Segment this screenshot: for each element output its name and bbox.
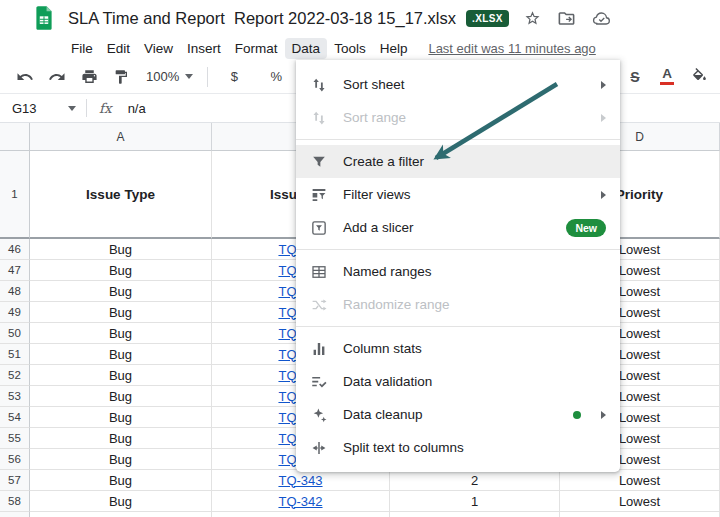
cell-D[interactable] bbox=[560, 512, 720, 517]
cell-C58[interactable]: 1 bbox=[390, 491, 560, 512]
undo-icon[interactable] bbox=[12, 64, 38, 90]
cell-A47[interactable]: Bug bbox=[30, 260, 212, 281]
text-color-swatch bbox=[660, 82, 674, 85]
menu-tools[interactable]: Tools bbox=[327, 38, 373, 59]
move-folder-icon[interactable] bbox=[557, 9, 576, 28]
menu-file[interactable]: File bbox=[64, 38, 100, 59]
column-header-A[interactable]: A bbox=[30, 123, 212, 151]
cell-A49[interactable]: Bug bbox=[30, 302, 212, 323]
cell-A50[interactable]: Bug bbox=[30, 323, 212, 344]
column-stats-icon bbox=[310, 340, 328, 358]
strikethrough-button[interactable]: S bbox=[622, 64, 648, 90]
filter-icon bbox=[310, 153, 328, 171]
cell-A53[interactable]: Bug bbox=[30, 386, 212, 407]
cloud-saved-icon[interactable] bbox=[591, 8, 612, 28]
menu-bar: FileEditViewInsertFormatDataToolsHelp La… bbox=[0, 36, 720, 60]
toolbar-divider bbox=[207, 67, 208, 87]
cell-B58[interactable]: TQ-342 bbox=[212, 491, 390, 512]
text-color-button[interactable]: A bbox=[654, 64, 680, 90]
star-icon[interactable] bbox=[523, 9, 542, 28]
row-header-58[interactable]: 58 bbox=[0, 491, 30, 512]
fill-color-icon[interactable] bbox=[686, 64, 712, 90]
menu-item-label: Data cleanup bbox=[343, 407, 573, 422]
cell-A57[interactable]: Bug bbox=[30, 470, 212, 491]
menu-format[interactable]: Format bbox=[228, 38, 285, 59]
table-row: 57BugTQ-3432Lowest bbox=[0, 470, 720, 491]
menu-item-sort-sheet[interactable]: Sort sheet bbox=[296, 68, 620, 101]
paint-format-icon[interactable] bbox=[108, 64, 134, 90]
row-header-56[interactable]: 56 bbox=[0, 449, 30, 470]
menu-item-data-validation[interactable]: Data validation bbox=[296, 365, 620, 398]
cell-A54[interactable]: Bug bbox=[30, 407, 212, 428]
cell-C[interactable] bbox=[390, 512, 560, 517]
menu-item-column-stats[interactable]: Column stats bbox=[296, 332, 620, 365]
menu-item-label: Create a filter bbox=[343, 154, 606, 169]
named-ranges-icon bbox=[310, 263, 328, 281]
row-header-54[interactable]: 54 bbox=[0, 407, 30, 428]
menu-data[interactable]: Data bbox=[285, 38, 328, 59]
cell-A55[interactable]: Bug bbox=[30, 428, 212, 449]
slicer-icon bbox=[310, 219, 328, 237]
menu-edit[interactable]: Edit bbox=[100, 38, 137, 59]
row-header-52[interactable]: 52 bbox=[0, 365, 30, 386]
row-header-48[interactable]: 48 bbox=[0, 281, 30, 302]
fx-icon: fx bbox=[99, 100, 112, 116]
data-menu-dropdown: Sort sheetSort rangeCreate a filterFilte… bbox=[296, 60, 620, 472]
sheets-logo-icon[interactable] bbox=[33, 5, 55, 31]
cell-A1[interactable]: Issue Type bbox=[30, 151, 212, 239]
menu-item-label: Sort range bbox=[343, 110, 593, 125]
cell-B57[interactable]: TQ-343 bbox=[212, 470, 390, 491]
row-header-51[interactable]: 51 bbox=[0, 344, 30, 365]
menu-item-filter-views[interactable]: Filter views bbox=[296, 178, 620, 211]
data-cleanup-icon bbox=[310, 406, 328, 424]
cell-A51[interactable]: Bug bbox=[30, 344, 212, 365]
cell-D57[interactable]: Lowest bbox=[560, 470, 720, 491]
menu-item-label: Randomize range bbox=[343, 297, 606, 312]
sort-range-icon bbox=[310, 109, 328, 127]
menu-item-create-a-filter[interactable]: Create a filter bbox=[296, 145, 620, 178]
cell-C57[interactable]: 2 bbox=[390, 470, 560, 491]
row-header-49[interactable]: 49 bbox=[0, 302, 30, 323]
menu-item-add-a-slicer[interactable]: Add a slicerNew bbox=[296, 211, 620, 244]
menu-item-named-ranges[interactable]: Named ranges bbox=[296, 255, 620, 288]
formula-bar-divider bbox=[86, 99, 87, 117]
row-header-55[interactable]: 55 bbox=[0, 428, 30, 449]
row-header-57[interactable]: 57 bbox=[0, 470, 30, 491]
menu-item-data-cleanup[interactable]: Data cleanup bbox=[296, 398, 620, 431]
last-edit-link[interactable]: Last edit was 11 minutes ago bbox=[428, 41, 595, 56]
title-actions bbox=[523, 8, 612, 28]
menu-divider bbox=[296, 249, 620, 250]
menu-help[interactable]: Help bbox=[373, 38, 415, 59]
row-header-53[interactable]: 53 bbox=[0, 386, 30, 407]
menu-view[interactable]: View bbox=[137, 38, 180, 59]
select-all-corner[interactable] bbox=[0, 123, 30, 151]
cell-A56[interactable]: Bug bbox=[30, 449, 212, 470]
formula-input[interactable]: n/a bbox=[128, 101, 146, 116]
table-row: 58BugTQ-3421Lowest bbox=[0, 491, 720, 512]
row-header-blank[interactable] bbox=[0, 512, 30, 517]
menu-item-split-text-to-columns[interactable]: Split text to columns bbox=[296, 431, 620, 464]
cell-A46[interactable]: Bug bbox=[30, 239, 212, 260]
row-header-46[interactable]: 46 bbox=[0, 239, 30, 260]
chevron-down-icon bbox=[68, 106, 76, 111]
print-icon[interactable] bbox=[76, 64, 102, 90]
cell-A58[interactable]: Bug bbox=[30, 491, 212, 512]
format-currency-button[interactable]: $ bbox=[216, 64, 252, 90]
row-header-50[interactable]: 50 bbox=[0, 323, 30, 344]
menu-insert[interactable]: Insert bbox=[180, 38, 228, 59]
menu-item-randomize-range: Randomize range bbox=[296, 288, 620, 321]
redo-icon[interactable] bbox=[44, 64, 70, 90]
zoom-selector[interactable]: 100% bbox=[140, 64, 199, 90]
row-header-47[interactable]: 47 bbox=[0, 260, 30, 281]
name-box[interactable]: G13 bbox=[12, 101, 76, 116]
document-title[interactable]: SLA Time and Report Report 2022-03-18 15… bbox=[68, 9, 456, 28]
submenu-arrow-icon bbox=[601, 411, 606, 419]
cell-B[interactable] bbox=[212, 512, 390, 517]
format-percent-button[interactable]: % bbox=[258, 64, 294, 90]
cell-D58[interactable]: Lowest bbox=[560, 491, 720, 512]
row-header-1[interactable]: 1 bbox=[0, 151, 30, 239]
cell-A[interactable] bbox=[30, 512, 212, 517]
toolbar-right-group: S A bbox=[622, 60, 718, 93]
cell-A52[interactable]: Bug bbox=[30, 365, 212, 386]
cell-A48[interactable]: Bug bbox=[30, 281, 212, 302]
